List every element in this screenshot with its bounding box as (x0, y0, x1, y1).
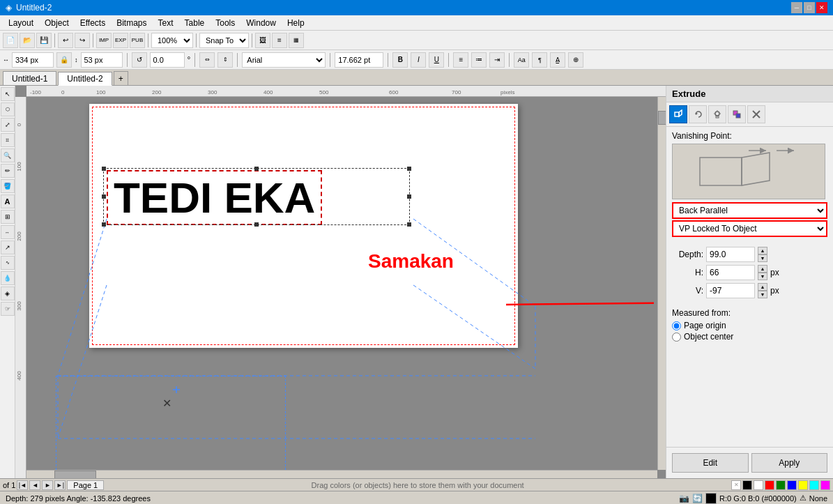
scale-h-btn[interactable]: ⇔ (199, 52, 215, 68)
italic-btn[interactable]: I (411, 52, 426, 68)
menu-window[interactable]: Window (240, 17, 282, 29)
zoom-select[interactable]: 100% (151, 33, 193, 48)
underline-btn[interactable]: U (429, 52, 444, 68)
import-btn[interactable]: IMP (96, 33, 112, 48)
bullet-btn[interactable]: ≔ (471, 52, 487, 68)
color-swatch-red[interactable] (765, 480, 774, 490)
zoom-tool[interactable]: 🔍 (1, 148, 15, 162)
h-down-btn[interactable]: ▼ (758, 273, 767, 280)
next-page-btn[interactable]: ► (42, 480, 53, 490)
smart-fill-tool[interactable]: 🪣 (1, 179, 15, 193)
select-tool[interactable]: ↖ (1, 87, 15, 101)
table-tool[interactable]: ⊞ (1, 210, 15, 224)
reset-btn[interactable]: ↺ (132, 52, 147, 68)
preview-btn[interactable]: 🖼 (255, 33, 270, 48)
char-btn[interactable]: Aa (514, 52, 529, 68)
color-swatch-black[interactable] (742, 480, 752, 490)
color-swatch-cyan[interactable] (809, 480, 819, 490)
snap-to-select[interactable]: Snap To (199, 33, 249, 48)
tab-untitled1[interactable]: Untitled-1 (3, 71, 56, 85)
scrollbar-vertical[interactable] (657, 97, 666, 470)
add-tab-btn[interactable]: + (114, 71, 128, 85)
v-up-btn[interactable]: ▲ (758, 283, 767, 291)
status-icon1[interactable]: 📷 (679, 494, 689, 503)
color-swatch-white[interactable] (754, 480, 763, 490)
undo-btn[interactable]: ↩ (58, 33, 73, 48)
v-down-btn[interactable]: ▼ (758, 291, 767, 298)
crop-tool[interactable]: ⌗ (1, 133, 15, 147)
v-input[interactable] (706, 283, 755, 298)
menu-layout[interactable]: Layout (3, 17, 39, 29)
menu-text[interactable]: Text (153, 17, 179, 29)
pub-btn[interactable]: PUB (130, 33, 145, 48)
color-swatch-yellow[interactable] (798, 480, 808, 490)
h-up-btn[interactable]: ▲ (758, 265, 767, 273)
height-input[interactable] (81, 52, 123, 68)
tab-untitled2[interactable]: Untitled-2 (58, 72, 112, 86)
close-btn[interactable]: ✕ (816, 2, 827, 13)
minimize-btn[interactable]: ─ (791, 2, 802, 13)
color-swatch-none[interactable]: ✕ (731, 480, 741, 490)
back-parallel-dropdown[interactable]: Back Parallel Front Parallel Big Back Bi… (672, 202, 827, 219)
transform-tool[interactable]: ⤢ (1, 118, 15, 132)
depth-up-btn[interactable]: ▲ (758, 247, 767, 254)
menu-bitmaps[interactable]: Bitmaps (111, 17, 152, 29)
menu-table[interactable]: Table (179, 17, 211, 29)
node-tool[interactable]: ⬡ (1, 102, 15, 116)
save-btn[interactable]: 💾 (36, 33, 52, 48)
h-input[interactable] (706, 265, 755, 280)
status-icon2[interactable]: 🔄 (692, 494, 703, 503)
align-left-btn[interactable]: ≡ (453, 52, 468, 68)
maximize-btn[interactable]: □ (804, 2, 815, 13)
vp-locked-dropdown[interactable]: VP Locked To Object VP Locked To Page (672, 220, 827, 237)
depth-input[interactable] (706, 247, 755, 262)
rotate-icon-btn[interactable] (689, 105, 707, 123)
extrude-shape-icon-btn[interactable] (669, 105, 687, 123)
menu-tools[interactable]: Tools (210, 17, 240, 29)
freehand-tool[interactable]: ✏ (1, 164, 15, 178)
prev-page-btn[interactable]: ◄ (29, 480, 40, 490)
last-page-btn[interactable]: ►| (54, 480, 66, 490)
scale-v-btn[interactable]: ⇕ (217, 52, 233, 68)
connector-tool[interactable]: ↗ (1, 240, 15, 254)
redo-btn[interactable]: ↪ (75, 33, 90, 48)
dim-tool[interactable]: ↔ (1, 225, 15, 239)
light-icon-btn[interactable] (708, 105, 726, 123)
menu-effects[interactable]: Effects (75, 17, 111, 29)
menu-help[interactable]: Help (282, 17, 310, 29)
width-input[interactable] (12, 52, 54, 68)
object-center-radio[interactable] (672, 333, 681, 342)
color-fill-icon-btn[interactable] (728, 105, 746, 123)
angle-input[interactable] (150, 52, 185, 68)
fill-tool[interactable]: ◈ (1, 287, 15, 300)
eyedrop-tool[interactable]: 💧 (1, 271, 15, 285)
text-object[interactable]: TEDI EKA (107, 170, 322, 225)
interact-tool[interactable]: ☞ (1, 302, 15, 316)
open-btn[interactable]: 📂 (20, 33, 35, 48)
page-tab[interactable]: Page 1 (67, 480, 104, 490)
para-btn[interactable]: ¶ (532, 52, 547, 68)
apply-button[interactable]: Apply (751, 453, 828, 473)
lock-btn[interactable]: 🔒 (56, 52, 72, 68)
delete-icon-btn[interactable] (747, 105, 765, 123)
scrollbar-horizontal[interactable] (26, 470, 657, 478)
export-btn[interactable]: EXP (113, 33, 128, 48)
text-tool[interactable]: A (1, 194, 15, 208)
blend-tool[interactable]: ∿ (1, 256, 15, 270)
color-swatch-blue[interactable] (787, 480, 797, 490)
add-btn[interactable]: ⊕ (568, 52, 583, 68)
menu-object[interactable]: Object (39, 17, 75, 29)
align-btn[interactable]: ≡ (272, 33, 287, 48)
font-select[interactable]: Arial (242, 52, 326, 68)
color-swatch-green[interactable] (776, 480, 786, 490)
dist-btn[interactable]: ▦ (289, 33, 304, 48)
edit-shape-btn[interactable]: A̲ (550, 52, 565, 68)
depth-down-btn[interactable]: ▼ (758, 254, 767, 262)
edit-button[interactable]: Edit (672, 453, 749, 473)
page-origin-radio[interactable] (672, 321, 681, 330)
new-btn[interactable]: 📄 (3, 33, 18, 48)
color-swatch-magenta[interactable] (820, 480, 830, 490)
bold-btn[interactable]: B (392, 52, 408, 68)
indent-btn[interactable]: ⇥ (489, 52, 505, 68)
font-size-input[interactable] (335, 52, 383, 68)
